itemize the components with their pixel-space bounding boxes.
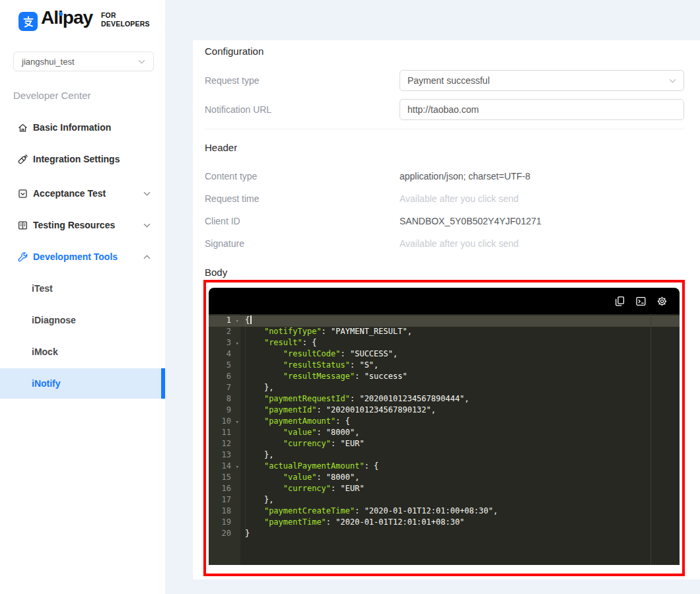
header-row-value: application/json; charset=UTF-8 — [400, 169, 530, 183]
chevron-down-icon — [143, 191, 151, 196]
editor-code[interactable]: { "notifyType": "PAYMENT_RESULT", "resul… — [240, 314, 680, 565]
code-segment-key: "paymentCreateTime" — [264, 506, 355, 515]
request-type-label: Request type — [205, 70, 260, 91]
header-row-request-time: Request timeAvailable after you click se… — [205, 191, 684, 206]
gutter-line-19: 19 — [209, 517, 240, 529]
code-segment-key: "paymentRequestId" — [264, 394, 350, 403]
gutter-line-3[interactable]: 3▾ — [209, 338, 240, 349]
code-segment-key: "currency" — [283, 484, 331, 493]
chevron-down-icon — [138, 59, 145, 64]
editor-body[interactable]: 1▾23▾45678910▾11121314▾151617181920 { "n… — [209, 314, 680, 565]
code-line-13[interactable]: }, — [240, 450, 680, 461]
code-line-9[interactable]: "paymentId": "20200101234567890132", — [240, 405, 680, 416]
code-segment-punct: : — [350, 394, 359, 403]
account-select-value: jiangshui_test — [22, 57, 75, 67]
gutter-line-6: 6 — [209, 372, 240, 383]
highlight-box: 1▾23▾45678910▾11121314▾151617181920 { "n… — [203, 280, 685, 576]
copy-icon[interactable] — [614, 296, 625, 307]
header-row-content-type: Content typeapplication/json; charset=UT… — [205, 169, 684, 183]
header-row-value: SANDBOX_5Y0B502Y4YJF01271 — [400, 214, 542, 228]
code-segment-key: "paymentAmount" — [264, 416, 335, 426]
gutter-line-20: 20 — [209, 529, 240, 540]
code-segment-punct: : — [331, 484, 340, 493]
code-segment-str: "success" — [365, 372, 407, 381]
code-segment-punct: , — [431, 405, 436, 414]
code-segment-key: "resultMessage" — [283, 372, 355, 381]
sidebar-item-label: iTest — [32, 283, 53, 294]
code-line-6[interactable]: "resultMessage": "success" — [240, 372, 680, 383]
header-row-label: Client ID — [205, 216, 240, 226]
sidebar-item-itest[interactable]: iTest — [0, 273, 165, 304]
checkbox-icon — [17, 188, 28, 199]
sidebar-item-development-tools[interactable]: Development Tools — [0, 242, 165, 272]
code-segment-punct: }, — [264, 450, 273, 459]
code-segment-key: "paymentTime" — [264, 517, 326, 527]
settings-icon[interactable] — [656, 296, 668, 307]
editor-toolbar — [209, 288, 680, 314]
fold-arrow-icon[interactable]: ▾ — [236, 338, 239, 349]
chevron-down-icon — [143, 223, 151, 228]
code-line-10[interactable]: "paymentAmount": { — [240, 416, 680, 428]
code-line-18[interactable]: "paymentCreateTime": "2020-01-01T12:01:0… — [240, 506, 680, 517]
terminal-icon[interactable] — [635, 296, 647, 307]
sidebar-item-integration-settings[interactable]: Integration Settings — [0, 144, 165, 174]
code-line-4[interactable]: "resultCode": "SUCCESS", — [240, 349, 680, 360]
fold-arrow-icon[interactable]: ▾ — [236, 315, 239, 327]
alipay-wordmark: Alipay — [41, 7, 92, 28]
sidebar-item-label: iMock — [32, 346, 58, 357]
gutter-line-14[interactable]: 14▾ — [209, 461, 240, 473]
code-segment-punct: : — [316, 473, 326, 482]
code-line-8[interactable]: "paymentRequestId": "2020010123456789044… — [240, 394, 680, 405]
notification-url-input[interactable] — [400, 99, 684, 120]
code-segment-str: "2020-01-01T12:01:00+08:30" — [365, 506, 493, 515]
code-line-2[interactable]: "notifyType": "PAYMENT_RESULT", — [240, 327, 680, 338]
code-segment-punct: , — [355, 473, 359, 482]
json-editor[interactable]: 1▾23▾45678910▾11121314▾151617181920 { "n… — [206, 282, 682, 574]
code-segment-str: "2020-01-01T12:01:01+08:30" — [335, 517, 464, 527]
code-segment-punct: : — [350, 360, 359, 370]
fold-arrow-icon[interactable]: ▾ — [236, 416, 239, 428]
sidebar-item-basic-information[interactable]: Basic Information — [0, 112, 165, 143]
code-segment-punct: }, — [264, 495, 273, 504]
code-segment-punct: : — [316, 405, 326, 414]
notification-url-label: Notification URL — [205, 99, 271, 120]
home-icon — [17, 122, 28, 133]
code-line-16[interactable]: "currency": "EUR" — [240, 484, 680, 495]
code-segment-punct: , — [393, 349, 398, 358]
fold-arrow-icon[interactable]: ▾ — [236, 461, 239, 473]
code-segment-punct: { — [245, 315, 250, 325]
alipay-logo-icon — [18, 12, 38, 31]
sidebar-item-acceptance-test[interactable]: Acceptance Test — [0, 178, 165, 209]
code-line-3[interactable]: "result": { — [240, 338, 680, 349]
chevron-up-icon — [143, 255, 151, 259]
code-line-12[interactable]: "currency": "EUR" — [240, 439, 680, 450]
code-line-5[interactable]: "resultStatus": "S", — [240, 360, 680, 372]
code-segment-str: "20200101234567890444" — [359, 394, 464, 403]
code-line-7[interactable]: }, — [240, 383, 680, 394]
code-segment-key: "notifyType" — [264, 327, 322, 336]
gutter-line-10[interactable]: 10▾ — [209, 416, 240, 428]
code-line-19[interactable]: "paymentTime": "2020-01-01T12:01:01+08:3… — [240, 517, 680, 529]
request-type-select[interactable]: Payment successful — [400, 70, 684, 91]
sidebar-item-idiagnose[interactable]: iDiagnose — [0, 305, 165, 335]
text-cursor — [250, 315, 252, 324]
sidebar-item-label: Integration Settings — [33, 154, 120, 164]
account-select[interactable]: jiangshui_test — [13, 51, 154, 71]
gutter-line-18: 18 — [209, 506, 240, 517]
code-segment-punct: } — [245, 529, 250, 538]
gutter-line-1[interactable]: 1▾ — [209, 315, 240, 327]
code-line-11[interactable]: "value": "8000", — [240, 428, 680, 439]
sidebar-item-imock[interactable]: iMock — [0, 337, 165, 367]
code-line-1[interactable]: { — [240, 315, 680, 327]
code-line-17[interactable]: }, — [240, 495, 680, 506]
sidebar-item-testing-resources[interactable]: Testing Resources — [0, 210, 165, 240]
code-segment-str: "8000" — [326, 473, 355, 482]
code-line-14[interactable]: "actualPaymentAmount": { — [240, 461, 680, 473]
code-segment-punct: , — [493, 506, 498, 515]
code-line-15[interactable]: "value": "8000", — [240, 473, 680, 484]
sidebar-item-inotify[interactable]: iNotify — [0, 368, 165, 399]
code-segment-punct: , — [407, 327, 412, 336]
gutter-line-13: 13 — [209, 450, 240, 461]
code-line-20[interactable]: } — [240, 529, 680, 540]
header-row-label: Content type — [205, 171, 257, 182]
